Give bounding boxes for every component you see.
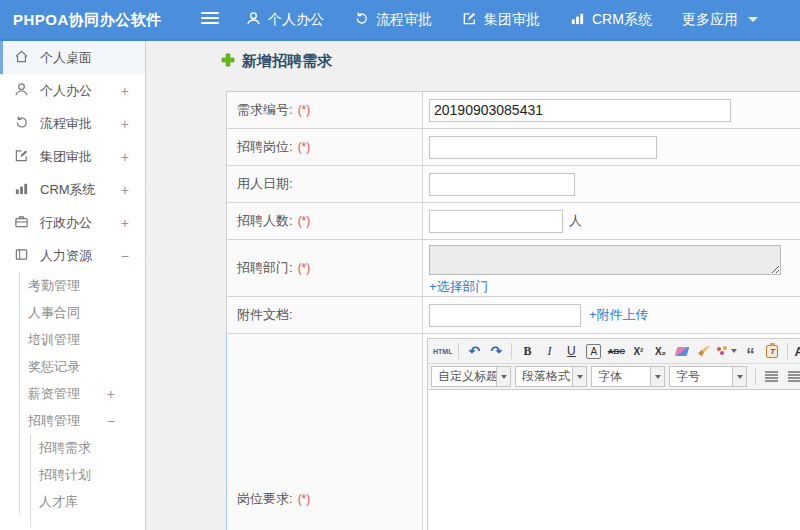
sidebar-item-training[interactable]: 培训管理 bbox=[0, 326, 145, 353]
user-icon bbox=[246, 11, 268, 29]
nav-workflow-approval[interactable]: 流程审批 bbox=[354, 11, 432, 29]
italic-button[interactable]: I bbox=[539, 341, 559, 361]
unit-suffix: 人 bbox=[569, 212, 582, 230]
briefcase-icon bbox=[14, 214, 40, 232]
sub-item-label: 考勤管理 bbox=[28, 277, 80, 295]
sidebar-item-personal-office[interactable]: 个人办公 + bbox=[0, 74, 145, 107]
sidebar-item-talent-pool[interactable]: 人才库 bbox=[0, 488, 145, 515]
heading-select[interactable]: 自定义标题 bbox=[431, 366, 511, 387]
sidebar-item-hr[interactable]: 人力资源 − bbox=[0, 239, 145, 272]
nav-label: 集团审批 bbox=[484, 11, 540, 29]
form-row-department: 招聘部门: (*) +选择部门 bbox=[227, 240, 800, 297]
sidebar-item-group-approval[interactable]: 集团审批 + bbox=[0, 140, 145, 173]
position-input[interactable] bbox=[429, 136, 657, 159]
field-label: 招聘人数: (*) bbox=[227, 203, 423, 239]
sidebar-item-desktop[interactable]: 个人桌面 bbox=[0, 41, 145, 74]
expand-icon[interactable]: + bbox=[107, 386, 115, 402]
font-color-button[interactable]: A bbox=[793, 341, 800, 361]
required-marker: (*) bbox=[298, 140, 311, 154]
main-content: 新增招聘需求 需求编号: (*) 招聘岗位: (*) 用人日期: bbox=[147, 41, 800, 530]
sub-item-label: 招聘管理 bbox=[28, 412, 80, 430]
caret-down-icon bbox=[732, 367, 746, 386]
chart-icon bbox=[14, 181, 40, 199]
remove-format-button[interactable] bbox=[672, 341, 692, 361]
hire-date-input[interactable] bbox=[429, 173, 575, 196]
paste-format-button[interactable]: T bbox=[762, 341, 782, 361]
page-title-text: 新增招聘需求 bbox=[242, 52, 332, 71]
undo-icon[interactable]: ↶ bbox=[464, 341, 484, 361]
sidebar-item-label: 行政办公 bbox=[40, 214, 92, 232]
form-row-hire-date: 用人日期: bbox=[227, 166, 800, 203]
sidebar-item-recruit-plan[interactable]: 招聘计划 bbox=[0, 461, 145, 488]
expand-icon[interactable]: + bbox=[121, 116, 129, 132]
headcount-input[interactable] bbox=[429, 210, 563, 233]
palette-icon bbox=[717, 346, 728, 356]
color-format-button[interactable] bbox=[716, 341, 738, 361]
sub-item-label: 培训管理 bbox=[28, 331, 80, 349]
nav-label: 更多应用 bbox=[682, 11, 738, 29]
paragraph-format-select[interactable]: 段落格式 bbox=[515, 366, 587, 387]
attachment-upload-link[interactable]: +附件上传 bbox=[589, 306, 649, 324]
sub-item-label: 薪资管理 bbox=[28, 385, 80, 403]
brush-icon bbox=[698, 346, 711, 357]
department-textarea[interactable] bbox=[429, 245, 781, 275]
blockquote-button[interactable]: “ bbox=[740, 341, 760, 361]
align-center-button[interactable] bbox=[784, 367, 800, 387]
nav-personal-office[interactable]: 个人办公 bbox=[246, 11, 324, 29]
select-department-link[interactable]: +选择部门 bbox=[429, 278, 489, 296]
nav-crm-system[interactable]: CRM系统 bbox=[570, 11, 652, 29]
font-size-select[interactable]: 字号 bbox=[669, 366, 747, 387]
nav-group-approval[interactable]: 集团审批 bbox=[462, 11, 540, 29]
font-family-select[interactable]: 字体 bbox=[591, 366, 665, 387]
align-left-button[interactable] bbox=[761, 367, 782, 387]
sidebar-item-recruitment[interactable]: 招聘管理 − bbox=[0, 407, 145, 434]
menu-toggle-icon[interactable] bbox=[201, 12, 219, 27]
strikethrough-button[interactable]: ABC bbox=[606, 341, 626, 361]
eraser-icon bbox=[675, 347, 690, 356]
demand-no-input[interactable] bbox=[429, 99, 731, 122]
caret-down-icon bbox=[496, 367, 510, 386]
sidebar-item-attendance[interactable]: 考勤管理 bbox=[0, 272, 145, 299]
expand-icon[interactable]: + bbox=[121, 215, 129, 231]
sidebar-item-recruit-demand[interactable]: 招聘需求 bbox=[0, 434, 145, 461]
expand-icon[interactable]: + bbox=[121, 149, 129, 165]
nav-more-apps[interactable]: 更多应用 bbox=[682, 11, 758, 29]
editor-content-area[interactable] bbox=[428, 390, 800, 530]
sub-item-label: 人事合同 bbox=[28, 304, 80, 322]
org-icon bbox=[14, 247, 40, 265]
form-row-requirements: 岗位要求: (*) HTML ↶ ↷ B I U A bbox=[226, 334, 800, 530]
subscript-button[interactable]: X₂ bbox=[650, 341, 670, 361]
align-center-icon bbox=[788, 371, 800, 382]
sidebar-item-workflow-approval[interactable]: 流程审批 + bbox=[0, 107, 145, 140]
user-icon bbox=[14, 82, 40, 100]
sidebar-item-label: 流程审批 bbox=[40, 115, 92, 133]
expand-icon[interactable]: + bbox=[121, 182, 129, 198]
bold-button[interactable]: B bbox=[517, 341, 537, 361]
caret-down-icon bbox=[731, 349, 737, 353]
collapse-icon[interactable]: − bbox=[107, 413, 115, 429]
field-label: 用人日期: bbox=[227, 166, 423, 202]
sidebar-item-hr-contract[interactable]: 人事合同 bbox=[0, 299, 145, 326]
edit-icon bbox=[462, 11, 484, 29]
sub-item-label: 人才库 bbox=[39, 493, 78, 511]
expand-icon[interactable]: + bbox=[121, 83, 129, 99]
redo-icon[interactable]: ↷ bbox=[486, 341, 506, 361]
sidebar-item-crm[interactable]: CRM系统 + bbox=[0, 173, 145, 206]
html-source-button[interactable]: HTML bbox=[432, 341, 453, 361]
app-logo: PHPOA协同办公软件 bbox=[13, 0, 162, 39]
attachment-input[interactable] bbox=[429, 304, 581, 327]
superscript-button[interactable]: X² bbox=[628, 341, 648, 361]
recruitment-submenu: 招聘需求 招聘计划 人才库 bbox=[0, 434, 145, 515]
sidebar-item-salary[interactable]: 薪资管理 + bbox=[0, 380, 145, 407]
top-nav: 个人办公 流程审批 集团审批 CRM系统 更多应用 bbox=[246, 0, 788, 39]
underline-button[interactable]: U bbox=[561, 341, 581, 361]
sidebar-item-admin-office[interactable]: 行政办公 + bbox=[0, 206, 145, 239]
history-icon bbox=[354, 11, 376, 29]
quick-format-button[interactable] bbox=[694, 341, 714, 361]
sidebar-item-label: 集团审批 bbox=[40, 148, 92, 166]
sub-item-label: 招聘需求 bbox=[39, 439, 91, 457]
required-marker: (*) bbox=[298, 492, 311, 506]
font-style-button[interactable]: A bbox=[586, 344, 601, 359]
sidebar-item-rewards[interactable]: 奖惩记录 bbox=[0, 353, 145, 380]
collapse-icon[interactable]: − bbox=[121, 248, 129, 264]
